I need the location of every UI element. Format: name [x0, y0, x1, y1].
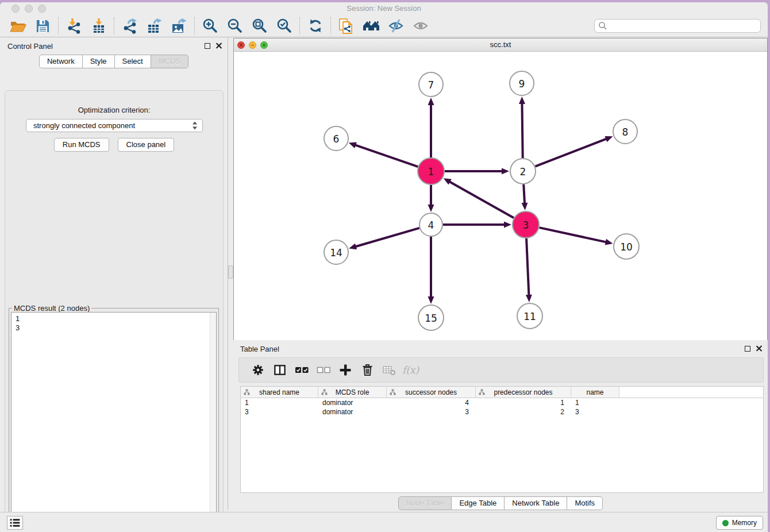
- float-panel-icon[interactable]: [205, 43, 210, 49]
- optimization-criterion-select[interactable]: strongly connected component: [26, 119, 203, 132]
- import-network-icon[interactable]: [61, 16, 86, 36]
- table-row[interactable]: 3dominator323: [241, 407, 763, 417]
- svg-text:f(x): f(x): [402, 364, 420, 376]
- close-panel-button[interactable]: Close panel: [118, 138, 175, 152]
- delete-entry-icon[interactable]: [356, 360, 378, 380]
- graph-edge-2-8[interactable]: [535, 139, 606, 167]
- graph-edge-2-3[interactable]: [523, 184, 525, 203]
- column-header-shared-name[interactable]: shared name: [241, 387, 318, 398]
- tab-select[interactable]: Select: [115, 55, 151, 68]
- save-session-icon[interactable]: [30, 16, 55, 36]
- result-scrollbar[interactable]: [210, 313, 216, 522]
- tab-motifs[interactable]: Motifs: [567, 496, 603, 510]
- tab-network-table[interactable]: Network Table: [505, 496, 567, 510]
- tab-network[interactable]: Network: [39, 55, 83, 68]
- table-row[interactable]: 1dominator411: [241, 398, 763, 407]
- vertical-splitter-handle[interactable]: [228, 265, 233, 279]
- task-history-button[interactable]: [7, 516, 23, 530]
- graph-edge-4-14[interactable]: [356, 228, 419, 246]
- column-header-name[interactable]: name: [571, 387, 619, 398]
- export-network-icon[interactable]: [117, 16, 142, 36]
- graph-edge-3-1[interactable]: [449, 182, 514, 218]
- open-session-icon[interactable]: [6, 16, 30, 36]
- cell-predecessor-nodes[interactable]: 1: [476, 399, 571, 407]
- cell-successor-nodes[interactable]: 3: [387, 408, 476, 416]
- toolbar-separator: [330, 17, 331, 34]
- import-table-icon[interactable]: [86, 16, 111, 36]
- tab-mcds[interactable]: MCDS: [151, 55, 188, 68]
- memory-status-icon: [722, 520, 729, 526]
- add-entry-icon[interactable]: [334, 360, 356, 380]
- node-table-body: 1dominator4113dominator323: [241, 398, 763, 417]
- cell-mcds-role[interactable]: dominator: [318, 408, 387, 416]
- zoom-out-icon[interactable]: [222, 16, 247, 36]
- node-table: shared nameMCDS rolesuccessor nodesprede…: [240, 386, 764, 493]
- zoom-selected-icon[interactable]: [272, 16, 297, 36]
- apply-layout-icon[interactable]: [303, 16, 328, 36]
- run-mcds-button[interactable]: Run MCDS: [54, 138, 109, 152]
- network-from-document-icon[interactable]: [334, 16, 359, 36]
- cell-name[interactable]: 3: [571, 408, 619, 416]
- cell-mcds-role[interactable]: dominator: [318, 399, 387, 407]
- graph-node-label: 14: [330, 247, 342, 259]
- column-header-successor-nodes[interactable]: successor nodes: [387, 387, 476, 398]
- column-header-label: MCDS role: [336, 388, 369, 396]
- network-close-button[interactable]: ×: [237, 41, 245, 49]
- column-header-label: predecessor nodes: [494, 388, 552, 396]
- window-minimize-button[interactable]: [25, 5, 33, 13]
- column-header-mcds-role[interactable]: MCDS role: [318, 387, 387, 398]
- node-table-header: shared nameMCDS rolesuccessor nodesprede…: [241, 387, 763, 398]
- graph-edge-arrowhead: [502, 168, 509, 175]
- select-all-icon[interactable]: [291, 360, 313, 380]
- close-table-panel-icon[interactable]: [756, 345, 762, 352]
- cell-shared-name[interactable]: 1: [241, 399, 318, 407]
- tab-style[interactable]: Style: [83, 55, 115, 68]
- table-toolbar: f(x): [238, 357, 764, 383]
- main-toolbar: [0, 15, 768, 37]
- graph-edge-arrowhead: [521, 203, 528, 210]
- graph-edge-3-11[interactable]: [526, 238, 529, 295]
- export-image-icon[interactable]: [167, 16, 191, 36]
- graph-edge-2-9[interactable]: [522, 103, 522, 158]
- table-options-icon[interactable]: [247, 360, 269, 380]
- optimization-criterion-value: strongly connected component: [33, 121, 135, 130]
- memory-button[interactable]: Memory: [716, 516, 763, 530]
- network-canvas[interactable]: 7968124314101511: [234, 52, 767, 340]
- cell-predecessor-nodes[interactable]: 2: [476, 408, 571, 416]
- network-view-window: × − + scc.txt 7968124314101511: [233, 38, 768, 340]
- export-table-icon[interactable]: [142, 16, 167, 36]
- control-panel-title: Control Panel: [7, 42, 53, 51]
- tab-edge-table[interactable]: Edge Table: [452, 496, 505, 510]
- tab-node-table[interactable]: Node Table: [398, 496, 452, 510]
- toolbar-separator: [299, 17, 300, 34]
- hide-panels-icon[interactable]: [383, 16, 408, 36]
- search-icon: [598, 21, 607, 30]
- close-panel-icon[interactable]: [215, 43, 222, 49]
- search-field[interactable]: [594, 19, 761, 33]
- show-columns-icon[interactable]: [269, 360, 291, 380]
- network-window-titlebar: × − + scc.txt: [234, 38, 767, 52]
- network-minimize-button[interactable]: −: [249, 41, 256, 49]
- graph-node-label: 11: [523, 311, 536, 322]
- window-zoom-button[interactable]: [38, 5, 46, 13]
- graph-edge-1-6[interactable]: [355, 145, 418, 167]
- status-bar: Memory: [0, 512, 768, 532]
- window-close-button[interactable]: [11, 5, 20, 13]
- column-header-predecessor-nodes[interactable]: predecessor nodes: [476, 387, 571, 398]
- cell-name[interactable]: 1: [571, 399, 619, 407]
- clear-selection-icon[interactable]: [313, 360, 334, 380]
- search-input[interactable]: [607, 21, 760, 31]
- home-view-icon[interactable]: [359, 16, 383, 36]
- mcds-panel: Optimization criterion: strongly connect…: [5, 90, 224, 529]
- float-table-panel-icon[interactable]: [745, 346, 750, 352]
- toolbar-separator: [58, 17, 59, 34]
- zoom-fit-icon[interactable]: [247, 16, 272, 36]
- graph-edge-3-10[interactable]: [539, 228, 606, 242]
- toolbar-separator: [194, 17, 195, 34]
- graph-node-label: 4: [428, 219, 434, 231]
- zoom-in-icon[interactable]: [198, 16, 222, 36]
- graph-node-label: 8: [622, 126, 629, 138]
- cell-successor-nodes[interactable]: 4: [387, 399, 476, 407]
- cell-shared-name[interactable]: 3: [241, 408, 318, 416]
- network-maximize-button[interactable]: +: [260, 41, 268, 49]
